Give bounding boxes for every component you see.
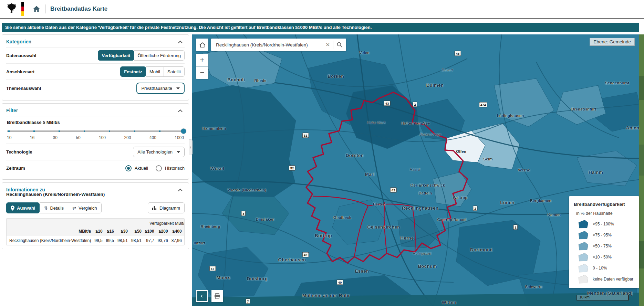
anschlussart-row: Anschlussart Festnetz Mobil Satellit [6,63,185,80]
table-cell-value: 97,7 [143,236,156,245]
sidebar: Kategorien Datenauswahl Verfügbarkeit Öf… [2,34,189,252]
anschlussart-segmented-control: Festnetz Mobil Satellit [120,66,185,77]
table-cell-value: 99,5 [104,236,116,245]
clear-search-icon[interactable]: ✕ [322,42,333,48]
tab-vergleich[interactable]: ⇄ Vergleich [68,202,101,213]
anschlussart-option-festnetz[interactable]: Festnetz [120,66,146,77]
technologie-row: Technologie Alle Technologien [6,144,185,160]
info-banner: Sie sehen aktuelle Daten aus der Kategor… [2,23,639,32]
search-icon[interactable] [333,42,346,48]
zeitraum-aktuell-label: Aktuell [135,166,148,171]
radio-unselected-icon [156,165,162,171]
slider-tick [159,130,160,132]
legend-item-label: >95 - 100% [593,222,614,226]
zoom-out-button[interactable]: − [196,66,208,79]
home-icon[interactable] [33,6,40,12]
legend-subtitle: in % der Haushalte [574,211,635,216]
zeitraum-row: Zeitraum Aktuell Historisch [6,160,185,176]
kategorien-card: Kategorien Datenauswahl Verfügbarkeit Öf… [2,34,189,101]
verfuegbarkeit-table: Verfügbarkeit MBit/s in % MBit/s ≥10≥16≥… [6,218,185,245]
federal-eagle-logo [5,1,19,17]
header-divider [45,4,45,13]
map-home-extent-button[interactable] [196,39,208,51]
zoom-in-button[interactable]: + [196,54,208,66]
datenauswahl-option-oeffentliche-foerderung[interactable]: Öffentliche Förderung [134,50,185,61]
slider-stop-label: 100 [99,135,106,140]
legend-item: >75 - 95% [574,230,635,241]
anschlussart-label: Anschlussart [6,69,34,74]
table-row-name: Recklinghausen (Kreis/Nordrhein-Westfale… [7,236,93,245]
print-button[interactable] [211,290,223,302]
legend-swatch-icon [578,253,589,262]
informationen-subtitle: Recklinghausen (Kreis/Nordrhein-Westfale… [6,192,185,197]
chevron-left-icon: ‹ [201,292,203,299]
info-banner-text: Sie sehen aktuelle Daten aus der Kategor… [5,25,372,30]
sidebar-resize-handle[interactable]: ⋮ [189,139,193,155]
sort-arrows-icon: ⇅ [44,205,48,211]
tab-details[interactable]: ⇅ Details [40,202,68,213]
slider-tick [59,130,60,132]
legend-item: >95 - 100% [574,219,635,230]
themenauswahl-select[interactable]: Privathaushalte [136,83,185,94]
themenauswahl-label: Themenauswahl [6,86,41,91]
anschlussart-option-satellit[interactable]: Satellit [164,66,185,77]
scale-label: 10 km [579,295,590,299]
top-bar: Breitbandatlas Karte [0,0,644,19]
legend-swatch-icon [578,264,589,273]
compare-arrows-icon: ⇄ [72,205,76,211]
zeitraum-radio-aktuell[interactable]: Aktuell [125,165,148,171]
map-legend: Breitbandverfügbarkeit in % der Haushalt… [569,196,639,288]
technologie-select[interactable]: Alle Technologien [133,147,185,157]
themenauswahl-value: Privathaushalte [141,86,172,91]
breitbandklasse-slider-block: Breitbandklasse ≥ MBit/s 101630501002004… [6,116,185,144]
legend-item-label: keine Daten verfügbar [593,277,633,282]
slider-stop-label: 1000 [175,135,184,140]
sidebar-collapse-button[interactable]: ‹ [196,290,208,302]
slider-stop-label: 400 [149,135,156,140]
informationen-card: Informationen zu Recklinghausen (Kreis/N… [2,182,189,249]
informationen-tabs-row: Auswahl ⇅ Details ⇄ Vergleich Diagramm [6,199,185,214]
table-header-row: MBit/s ≥10≥16≥30≥50≥100≥200≥400≥1000 [7,228,185,236]
datenauswahl-option-verfuegbarkeit[interactable]: Verfügbarkeit [98,50,134,61]
table-column-header: ≥200 [156,228,170,236]
legend-item: 0 - 10% [574,263,635,274]
legend-item-label: 0 - 10% [593,266,607,271]
filter-title: Filter [6,108,18,113]
tab-auswahl[interactable]: Auswahl [6,202,40,213]
table-unit-label: MBit/s [7,228,93,236]
table-cell-value: 98,51 [116,236,129,245]
slider-stop-label: 200 [124,135,131,140]
table-cell-value: 87,96 [170,236,184,245]
breitbandklasse-slider-track[interactable] [7,130,184,132]
legend-item: >10 - 50% [574,252,635,263]
slider-stop-label: 50 [76,135,80,140]
legend-item-label: >75 - 95% [593,233,612,238]
legend-swatch-icon [578,220,589,229]
filter-collapse-chevron-icon[interactable] [178,109,183,114]
zeitraum-radio-historisch[interactable]: Historisch [156,165,185,171]
german-flag-bar [21,2,24,16]
radio-selected-icon [125,165,132,171]
map-canvas[interactable]: BocholtRhedeBorkenVelenDülmenDavertSende… [192,34,644,306]
anschlussart-option-mobil[interactable]: Mobil [146,66,164,77]
legend-item: >50 - 75% [574,241,635,252]
table-column-header: ≥400 [170,228,184,236]
zeitraum-label: Zeitraum [6,166,25,171]
search-input[interactable] [215,42,322,48]
diagramm-button-label: Diagramm [159,205,180,211]
diagramm-button[interactable]: Diagramm [148,202,185,213]
table-column-header: ≥30 [116,228,129,236]
themenauswahl-row: Themenauswahl Privathaushalte [6,80,185,97]
legend-title: Breitbandverfügbarkeit [574,202,635,207]
caret-down-icon [176,87,180,89]
datenauswahl-row: Datenauswahl Verfügbarkeit Öffentliche F… [6,47,185,63]
table-cell-value: 87,96 [184,236,185,245]
printer-icon [214,293,220,299]
kategorien-collapse-chevron-icon[interactable] [178,40,183,45]
plus-icon: + [200,55,205,64]
table-column-header: ≥100 [143,228,156,236]
map-search-box: ✕ [211,39,346,51]
slider-stop-label: 30 [53,135,58,140]
bar-chart-icon [152,206,157,210]
table-column-header: ≥1000 [184,228,185,236]
